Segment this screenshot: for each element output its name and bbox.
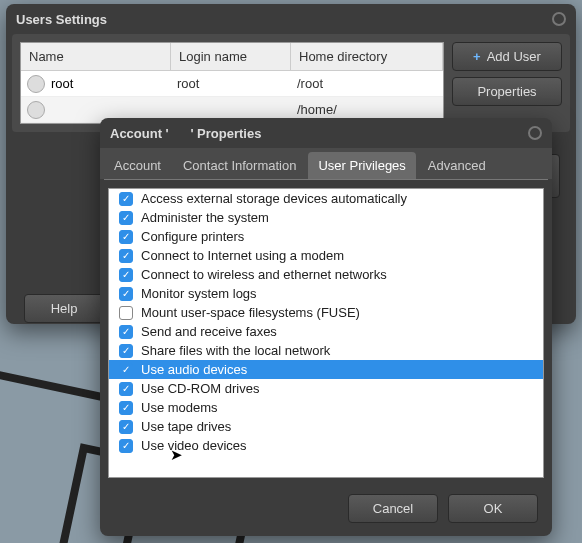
- privilege-label: Mount user-space filesystems (FUSE): [141, 305, 360, 320]
- checkbox[interactable]: [119, 420, 133, 434]
- privilege-label: Use audio devices: [141, 362, 247, 377]
- privilege-label: Use video devices: [141, 438, 247, 453]
- privilege-label: Monitor system logs: [141, 286, 257, 301]
- users-table: Name Login name Home directory root root…: [20, 42, 444, 124]
- checkbox[interactable]: [119, 287, 133, 301]
- tab-user-privileges[interactable]: User Privileges: [308, 152, 415, 179]
- privilege-label: Use modems: [141, 400, 218, 415]
- privilege-row[interactable]: Use CD-ROM drives: [109, 379, 543, 398]
- checkbox[interactable]: [119, 306, 133, 320]
- avatar-icon: [27, 75, 45, 93]
- account-properties-dialog: Account ' ' Properties Account Contact I…: [100, 118, 552, 536]
- checkbox[interactable]: [119, 211, 133, 225]
- privilege-row[interactable]: Use audio devices: [109, 360, 543, 379]
- plus-icon: +: [473, 49, 481, 64]
- privilege-label: Access external storage devices automati…: [141, 191, 407, 206]
- privilege-label: Send and receive faxes: [141, 324, 277, 339]
- privilege-label: Use tape drives: [141, 419, 231, 434]
- dialog-titlebar: Account ' ' Properties: [100, 118, 552, 148]
- tab-account[interactable]: Account: [104, 152, 171, 179]
- privilege-label: Configure printers: [141, 229, 244, 244]
- privilege-label: Connect to wireless and ethernet network…: [141, 267, 387, 282]
- privileges-list: Access external storage devices automati…: [108, 188, 544, 478]
- close-icon[interactable]: [528, 126, 542, 140]
- cancel-button[interactable]: Cancel: [348, 494, 438, 523]
- privilege-label: Use CD-ROM drives: [141, 381, 259, 396]
- privilege-row[interactable]: Administer the system: [109, 208, 543, 227]
- privilege-row[interactable]: Send and receive faxes: [109, 322, 543, 341]
- tab-contact-information[interactable]: Contact Information: [173, 152, 306, 179]
- privilege-label: Share files with the local network: [141, 343, 330, 358]
- table-row[interactable]: root root /root: [21, 71, 443, 97]
- help-button[interactable]: Help: [24, 294, 104, 323]
- ok-button[interactable]: OK: [448, 494, 538, 523]
- checkbox[interactable]: [119, 230, 133, 244]
- privilege-row[interactable]: Share files with the local network: [109, 341, 543, 360]
- privilege-row[interactable]: Monitor system logs: [109, 284, 543, 303]
- avatar-icon: [27, 101, 45, 119]
- checkbox[interactable]: [119, 268, 133, 282]
- privilege-label: Connect to Internet using a modem: [141, 248, 344, 263]
- checkbox[interactable]: [119, 192, 133, 206]
- privilege-row[interactable]: Connect to Internet using a modem: [109, 246, 543, 265]
- checkbox[interactable]: [119, 382, 133, 396]
- col-name[interactable]: Name: [21, 43, 171, 70]
- tab-advanced[interactable]: Advanced: [418, 152, 496, 179]
- privilege-row[interactable]: Mount user-space filesystems (FUSE): [109, 303, 543, 322]
- col-login[interactable]: Login name: [171, 43, 291, 70]
- add-user-button[interactable]: + Add User: [452, 42, 562, 71]
- privilege-row[interactable]: Connect to wireless and ethernet network…: [109, 265, 543, 284]
- privilege-row[interactable]: Use modems: [109, 398, 543, 417]
- privilege-row[interactable]: Use video devices: [109, 436, 543, 455]
- users-table-header: Name Login name Home directory: [21, 43, 443, 71]
- checkbox[interactable]: [119, 439, 133, 453]
- users-title: Users Settings: [16, 12, 107, 27]
- privilege-row[interactable]: Access external storage devices automati…: [109, 189, 543, 208]
- checkbox[interactable]: [119, 325, 133, 339]
- properties-button[interactable]: Properties: [452, 77, 562, 106]
- checkbox[interactable]: [119, 401, 133, 415]
- privilege-row[interactable]: Configure printers: [109, 227, 543, 246]
- dialog-tabs: Account Contact Information User Privile…: [100, 148, 552, 179]
- checkbox[interactable]: [119, 363, 133, 377]
- checkbox[interactable]: [119, 249, 133, 263]
- close-icon[interactable]: [552, 12, 566, 26]
- dialog-title: Account ' ' Properties: [110, 126, 261, 141]
- checkbox[interactable]: [119, 344, 133, 358]
- users-titlebar: Users Settings: [6, 4, 576, 34]
- privilege-row[interactable]: Use tape drives: [109, 417, 543, 436]
- privilege-label: Administer the system: [141, 210, 269, 225]
- col-home[interactable]: Home directory: [291, 43, 443, 70]
